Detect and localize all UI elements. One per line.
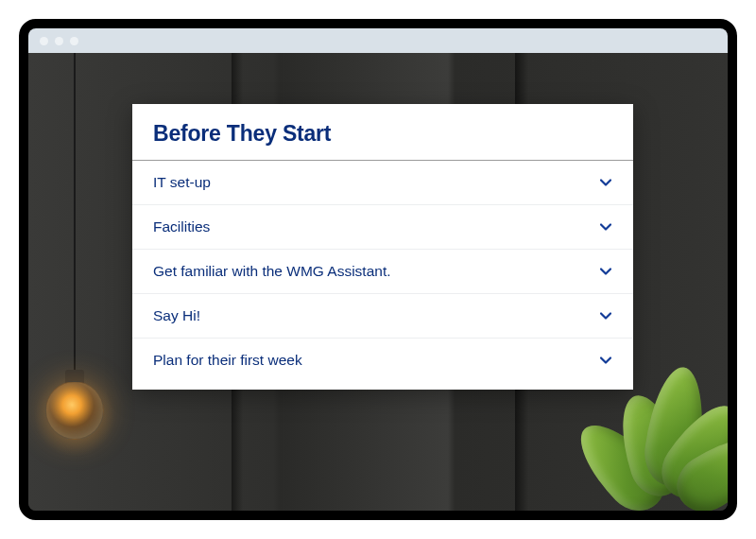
card-title: Before They Start <box>132 104 633 161</box>
window-control-maximize[interactable] <box>70 37 78 45</box>
onboarding-card: Before They Start IT set-up Facilities G… <box>132 104 633 390</box>
accordion-label: IT set-up <box>153 174 211 191</box>
chevron-down-icon <box>599 309 612 322</box>
lamp-bulb <box>45 370 104 443</box>
accordion-label: Plan for their first week <box>153 352 302 369</box>
chevron-down-icon <box>599 354 612 367</box>
browser-titlebar <box>28 28 728 53</box>
accordion-label: Facilities <box>153 218 210 235</box>
browser-window: Before They Start IT set-up Facilities G… <box>19 19 737 520</box>
accordion-item-first-week[interactable]: Plan for their first week <box>132 339 633 382</box>
accordion-label: Say Hi! <box>153 307 200 324</box>
accordion-item-facilities[interactable]: Facilities <box>132 205 633 250</box>
chevron-down-icon <box>599 265 612 278</box>
chevron-down-icon <box>599 176 612 189</box>
chevron-down-icon <box>599 220 612 234</box>
window-control-minimize[interactable] <box>55 37 63 45</box>
accordion-item-wmg-assistant[interactable]: Get familiar with the WMG Assistant. <box>132 250 633 294</box>
accordion-label: Get familiar with the WMG Assistant. <box>153 263 391 280</box>
page-viewport: Before They Start IT set-up Facilities G… <box>28 53 728 511</box>
window-control-close[interactable] <box>40 37 48 45</box>
accordion-item-it-setup[interactable]: IT set-up <box>132 161 633 205</box>
lamp-cord <box>74 53 76 374</box>
accordion-item-say-hi[interactable]: Say Hi! <box>132 294 633 339</box>
